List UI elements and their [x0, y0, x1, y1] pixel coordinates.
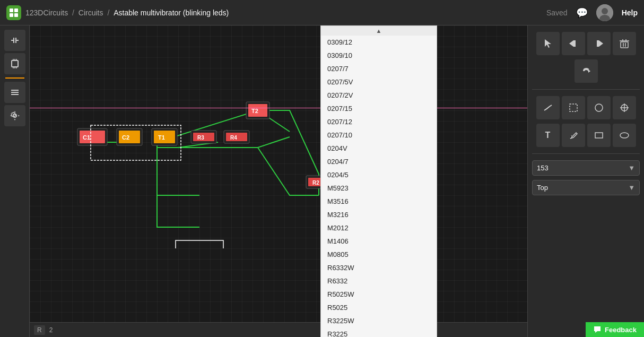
topbar: 123DCircuits / Circuits / Astable multiv… [0, 0, 644, 25]
wire-tool-button[interactable] [536, 96, 560, 119]
svg-rect-63 [570, 104, 577, 111]
right-panel-divider-2 [532, 153, 640, 154]
svg-rect-11 [12, 61, 18, 67]
svg-text:C2: C2 [122, 134, 129, 141]
svg-text:R2: R2 [312, 180, 319, 186]
dropdown-item-0204-5[interactable]: 0204/5 [321, 168, 437, 182]
zoom-dropdown-row: 153 ▼ [532, 160, 640, 176]
dropdown-item-0207-12[interactable]: 0207/12 [321, 115, 437, 128]
ellipse-button[interactable] [613, 124, 636, 147]
svg-rect-56 [597, 40, 599, 47]
layer-dropdown-arrow: ▼ [628, 184, 635, 192]
dropdown-item-0204v[interactable]: 0204V [321, 142, 437, 155]
app-name[interactable]: 123DCircuits [25, 8, 68, 17]
svg-text:T1: T1 [158, 134, 165, 141]
step-forward-button[interactable] [587, 32, 611, 55]
select-rect-button[interactable] [562, 96, 585, 119]
svg-rect-0 [10, 8, 13, 12]
dropdown-item-m1406[interactable]: M1406 [321, 235, 437, 248]
right-toolbar-row-2 [532, 96, 640, 119]
left-toolbar: ⚙ [0, 25, 30, 337]
text-icon: T [545, 131, 551, 140]
zoom-dropdown[interactable]: 153 ▼ [532, 160, 640, 176]
key-label: R [34, 325, 45, 335]
layer-dropdown[interactable]: Top ▼ [532, 180, 640, 195]
saved-status: Saved [546, 8, 568, 17]
circuit-diagram: C1 C2 T1 T2 [51, 89, 337, 248]
canvas-area[interactable]: C1 C2 T1 T2 [30, 25, 527, 337]
value-label: 2 [49, 326, 53, 334]
help-button[interactable]: Help [622, 8, 638, 17]
svg-point-5 [602, 8, 608, 14]
step-back-button[interactable] [562, 32, 585, 55]
dropdown-item-0204-7[interactable]: 0204/7 [321, 155, 437, 168]
feedback-label: Feedback [605, 326, 637, 334]
chip-tool-button[interactable] [4, 53, 25, 74]
delete-button[interactable] [613, 32, 636, 55]
dropdown-item-r5025w[interactable]: R5025W [321, 288, 437, 301]
dropdown-item-r5025[interactable]: R5025 [321, 301, 437, 314]
svg-point-64 [595, 104, 603, 111]
svg-rect-57 [621, 42, 628, 48]
right-toolbar-row-3: T [532, 124, 640, 147]
svg-rect-2 [10, 13, 13, 17]
sep1: / [72, 8, 74, 17]
pointer-tool-button[interactable] [536, 32, 560, 55]
crosshair-button[interactable] [613, 96, 636, 119]
feedback-button[interactable]: Feedback [586, 322, 644, 337]
toolbar-divider-orange [5, 77, 24, 79]
chat-icon[interactable]: 💬 [576, 7, 588, 19]
svg-rect-46 [176, 240, 223, 248]
svg-text:C1: C1 [83, 134, 90, 141]
svg-rect-1 [14, 8, 18, 12]
settings-tool-button[interactable]: ⚙ [4, 105, 25, 126]
svg-rect-3 [14, 13, 18, 17]
layer-value: Top [537, 184, 548, 192]
dropdown-item-0309-12[interactable]: 0309/12 [321, 36, 437, 49]
svg-text:R4: R4 [230, 135, 237, 141]
dropdown-item-r6332[interactable]: R6332 [321, 274, 437, 288]
zoom-value: 153 [537, 164, 549, 172]
avatar[interactable] [596, 4, 613, 21]
dropdown-item-0309-10[interactable]: 0309/10 [321, 49, 437, 62]
dropdown-scroll-up[interactable]: ▲ [321, 26, 437, 36]
svg-marker-55 [599, 40, 603, 47]
dropdown-overlay: ▲ 0309/12 0309/10 0207/7 0207/5V 0207/2V… [320, 25, 437, 337]
rotate-button[interactable] [575, 59, 598, 83]
breadcrumb: 123DCircuits / Circuits / Astable multiv… [25, 8, 229, 17]
right-panel: T 153 ▼ Top ▼ [527, 25, 644, 337]
text-tool-button[interactable]: T [536, 124, 560, 147]
dropdown-item-m5923[interactable]: M5923 [321, 182, 437, 195]
section-link[interactable]: Circuits [79, 8, 103, 17]
svg-rect-54 [573, 40, 576, 47]
dropdown-item-m0805[interactable]: M0805 [321, 248, 437, 261]
sep2: / [107, 8, 109, 17]
dropdown-item-0207-2v[interactable]: 0207/2V [321, 89, 437, 102]
dropdown-item-0207-5v[interactable]: 0207/5V [321, 75, 437, 89]
pink-guideline [30, 108, 527, 108]
dropdown-item-0207-7[interactable]: 0207/7 [321, 62, 437, 75]
svg-point-69 [620, 133, 629, 138]
dropdown-item-r3225[interactable]: R3225 [321, 327, 437, 337]
dropdown-item-0207-10[interactable]: 0207/10 [321, 128, 437, 142]
list-tool-button[interactable] [4, 82, 25, 103]
dropdown-item-m3216[interactable]: M3216 [321, 208, 437, 221]
dropdown-item-r6332w[interactable]: R6332W [321, 261, 437, 274]
pen-tool-button[interactable] [562, 124, 585, 147]
capacitor-tool-button[interactable] [4, 30, 25, 51]
rect-draw-button[interactable] [587, 124, 611, 147]
dropdown-item-m2012[interactable]: M2012 [321, 221, 437, 235]
dropdown-item-r3225w[interactable]: R3225W [321, 314, 437, 327]
layer-dropdown-row: Top ▼ [532, 180, 640, 195]
svg-text:T2: T2 [251, 108, 258, 114]
svg-text:R3: R3 [197, 135, 204, 141]
right-toolbar-row-1 [532, 32, 640, 55]
dropdown-item-m3516[interactable]: M3516 [321, 195, 437, 208]
svg-marker-53 [569, 40, 573, 47]
right-panel-divider-1 [532, 89, 640, 90]
bottom-bar: R 2 [30, 322, 527, 337]
circle-draw-button[interactable] [587, 96, 611, 119]
svg-rect-68 [595, 133, 603, 138]
svg-text:⚙: ⚙ [10, 110, 17, 119]
dropdown-item-0207-15[interactable]: 0207/15 [321, 102, 437, 115]
